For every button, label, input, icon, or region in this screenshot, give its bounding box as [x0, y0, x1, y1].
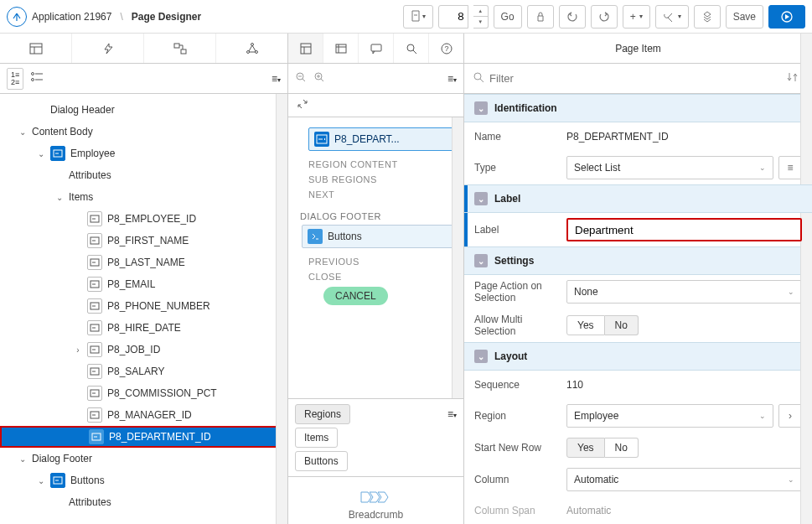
prop-name-value[interactable]: P8_DEPARTMENT_ID: [566, 131, 802, 143]
prop-column-select[interactable]: Automatic ⌄: [566, 468, 802, 491]
right-tab[interactable]: Page Item: [464, 34, 812, 64]
filter-input[interactable]: [489, 72, 782, 85]
tree-node[interactable]: ⌄Content Body: [0, 121, 287, 143]
prop-type-select[interactable]: Select List ⌄: [566, 156, 773, 179]
redo-button[interactable]: [591, 5, 618, 29]
tree-node[interactable]: ·P8_EMAIL: [0, 273, 287, 295]
processing-tab[interactable]: [144, 34, 216, 63]
gallery-tab-regions[interactable]: Regions: [295, 404, 350, 424]
tree-node[interactable]: ⌄Items: [0, 186, 287, 208]
scrollbar[interactable]: [276, 94, 287, 524]
region-goto-button[interactable]: ›: [778, 404, 802, 428]
messages-tab[interactable]: [359, 34, 394, 63]
zoom-out-icon[interactable]: [295, 71, 307, 86]
prop-colspan-value[interactable]: Automatic: [566, 505, 802, 516]
toggle-yes[interactable]: Yes: [566, 315, 605, 335]
tree-node[interactable]: ›P8_JOB_ID: [0, 339, 287, 361]
chevron-down-icon[interactable]: ⌄: [17, 454, 28, 464]
breadcrumb-app[interactable]: Application 21967: [32, 11, 111, 23]
tree-node[interactable]: ⌄Employee: [0, 143, 287, 164]
tree-node[interactable]: ·Attributes: [0, 491, 287, 513]
sort-mode-icon[interactable]: 1≡2≡: [7, 68, 23, 90]
tree-node-label: Dialog Header: [50, 104, 115, 116]
help-tab[interactable]: ?: [429, 34, 463, 63]
prop-pageaction-select[interactable]: None ⌄: [566, 280, 802, 304]
tree-node[interactable]: ·P8_HIRE_DATE: [0, 317, 287, 339]
layout-region-selected[interactable]: P8_DEPART...: [308, 127, 455, 151]
prop-multi-toggle[interactable]: Yes No: [566, 315, 802, 335]
tree-node[interactable]: ·Attributes: [0, 164, 287, 186]
component-tab[interactable]: [323, 34, 359, 63]
expand-icon[interactable]: [297, 98, 308, 112]
undo-button[interactable]: [559, 5, 586, 29]
prop-colspan-label: Column Span: [474, 505, 566, 516]
type-options-button[interactable]: ≡: [778, 156, 802, 179]
prop-sequence-value[interactable]: 110: [566, 379, 802, 391]
page-lock-button[interactable]: ▾: [403, 5, 433, 29]
svg-line-47: [413, 50, 416, 54]
tree-node[interactable]: ·P8_FIRST_NAME: [0, 230, 287, 252]
left-pane: 1≡2≡ ≡▾ ·Dialog Header⌄Content Body⌄Empl…: [0, 34, 288, 524]
up-nav-button[interactable]: [7, 7, 27, 27]
save-button[interactable]: Save: [726, 5, 763, 29]
page-number-input[interactable]: [438, 5, 468, 29]
section-label[interactable]: ⌄Label: [464, 184, 812, 213]
page-spinner[interactable]: ▲▼: [473, 5, 489, 29]
chevron-down-icon[interactable]: ⌄: [35, 476, 47, 485]
layout-canvas[interactable]: P8_DEPART... REGION CONTENT SUB REGIONS …: [288, 117, 463, 398]
tree-node[interactable]: ·P8_SALARY: [0, 361, 287, 382]
tree-node-label: P8_COMMISSION_PCT: [107, 387, 217, 399]
tree-node[interactable]: ·P8_PHONE_NUMBER: [0, 295, 287, 317]
toggle-no[interactable]: No: [605, 438, 639, 458]
tree-node[interactable]: ·Dialog Header: [0, 99, 287, 121]
section-settings[interactable]: ⌄Settings: [464, 246, 812, 275]
tree-node-label: P8_EMAIL: [107, 278, 155, 290]
tree-node[interactable]: ·P8_COMMISSION_PCT: [0, 382, 287, 404]
mid-menu-icon[interactable]: ≡▾: [447, 73, 457, 85]
chevron-down-icon[interactable]: ⌄: [54, 193, 65, 202]
left-menu-icon[interactable]: ≡▾: [272, 73, 281, 85]
scrollbar[interactable]: [800, 94, 812, 524]
tree-node-label: P8_JOB_ID: [107, 344, 160, 355]
lock-button[interactable]: [527, 5, 554, 29]
toggle-yes[interactable]: Yes: [566, 438, 605, 458]
section-identification[interactable]: ⌄Identification: [464, 94, 812, 122]
gallery-item-breadcrumb[interactable]: Breadcrumb: [349, 490, 403, 521]
toggle-no[interactable]: No: [605, 315, 639, 335]
chevron-right-icon[interactable]: ›: [72, 345, 84, 355]
layout-tab[interactable]: [288, 34, 323, 63]
chevron-down-icon[interactable]: ⌄: [35, 149, 47, 158]
search-tab[interactable]: [394, 34, 429, 63]
property-scroll[interactable]: ⌄Identification Name P8_DEPARTMENT_ID Ty…: [464, 94, 812, 524]
tree-node[interactable]: ·P8_LAST_NAME: [0, 252, 287, 273]
gallery-tab-items[interactable]: Items: [295, 428, 338, 448]
layout-buttons-region[interactable]: Buttons: [302, 225, 455, 248]
tree-node[interactable]: ⌄Dialog Footer: [0, 448, 287, 470]
zoom-in-icon[interactable]: [313, 71, 325, 86]
shared-tab[interactable]: [216, 34, 287, 63]
tree-node-label: P8_FIRST_NAME: [107, 235, 189, 246]
prop-pageaction-label: Page Action on Selection: [474, 280, 566, 304]
section-layout[interactable]: ⌄Layout: [464, 342, 812, 371]
shared-components-button[interactable]: [694, 5, 721, 29]
tree-node[interactable]: ·P8_EMPLOYEE_ID: [0, 208, 287, 230]
go-button[interactable]: Go: [494, 5, 522, 29]
run-button[interactable]: [768, 5, 805, 29]
gallery-menu-icon[interactable]: ≡▾: [447, 408, 457, 420]
tree-node[interactable]: ⌄Buttons: [0, 470, 287, 491]
left-tabbar: [0, 34, 287, 64]
prop-label-input[interactable]: [566, 218, 802, 241]
expand-all-icon[interactable]: [30, 71, 44, 86]
scrollbar[interactable]: [452, 117, 463, 398]
prop-region-select[interactable]: Employee ⌄: [566, 404, 773, 428]
tree-node[interactable]: ·P8_MANAGER_ID: [0, 404, 287, 426]
utilities-menu[interactable]: ▾: [655, 5, 689, 29]
dynamic-actions-tab[interactable]: [72, 34, 144, 63]
cancel-button-chip[interactable]: CANCEL: [323, 287, 388, 305]
prop-startrow-toggle[interactable]: Yes No: [566, 438, 802, 458]
rendering-tab[interactable]: [0, 34, 72, 63]
chevron-down-icon[interactable]: ⌄: [17, 127, 28, 137]
create-menu[interactable]: +▾: [623, 5, 650, 29]
gallery-tab-buttons[interactable]: Buttons: [295, 451, 348, 471]
tree-node[interactable]: ·P8_DEPARTMENT_ID: [0, 426, 287, 448]
